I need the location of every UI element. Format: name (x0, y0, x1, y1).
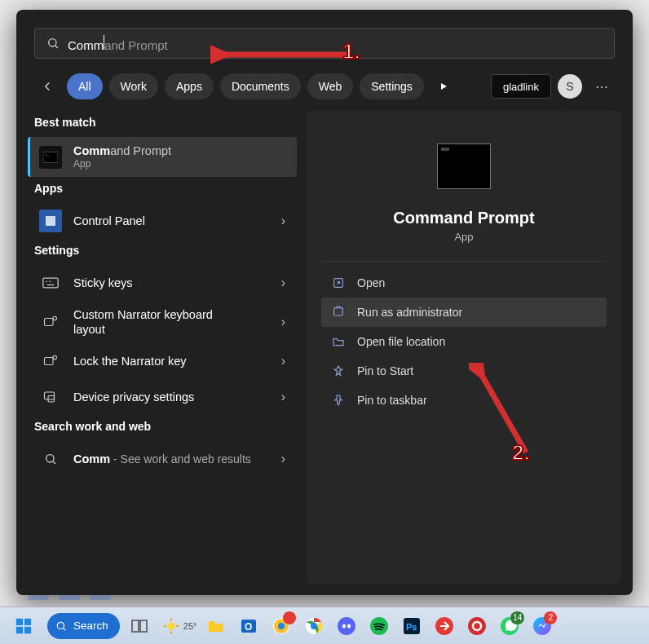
svg-rect-15 (48, 396, 55, 403)
action-run-as-admin[interactable]: Run as administrator (321, 298, 607, 327)
discord-icon (337, 616, 356, 636)
privacy-icon (39, 386, 62, 408)
chevron-right-icon: › (281, 276, 285, 290)
svg-rect-30 (132, 620, 139, 632)
weather-temp: 25° (183, 621, 197, 631)
results-column: Best match >_ Command Prompt App Apps Co… (28, 111, 297, 584)
lock-icon (39, 350, 62, 373)
chevron-right-icon: › (281, 452, 285, 466)
svg-point-43 (311, 623, 317, 629)
store-link[interactable]: gladlink (491, 74, 551, 99)
taskbar-whatsapp[interactable]: 14 (497, 613, 523, 639)
taskbar-search-label: Search (73, 620, 108, 632)
svg-rect-25 (24, 618, 31, 624)
svg-point-13 (53, 356, 57, 360)
svg-rect-31 (140, 620, 147, 632)
tab-all[interactable]: All (67, 73, 103, 99)
action-pin-to-start[interactable]: Pin to Start (321, 356, 607, 386)
best-match-subtitle: App (73, 158, 171, 170)
result-control-panel[interactable]: Control Panel › (28, 203, 297, 239)
svg-rect-12 (45, 358, 54, 365)
taskbar-weather[interactable]: 25° (162, 617, 197, 635)
pin-icon (331, 393, 346, 408)
preview-app-icon (437, 143, 491, 189)
search-bar[interactable]: Comm and Prompt (34, 28, 615, 59)
taskbar-explorer[interactable] (203, 613, 229, 639)
preview-pane: Command Prompt App Open Run as administr… (307, 111, 621, 584)
svg-point-32 (167, 622, 174, 629)
notification-badge: 14 (510, 611, 524, 624)
result-web-search[interactable]: Comm - See work and web results › (28, 441, 297, 477)
result-device-privacy[interactable]: Device privacy settings › (28, 379, 297, 415)
result-narrator-layout[interactable]: Custom Narrator keyboard layout › (28, 301, 297, 343)
search-icon (55, 620, 67, 632)
search-autocomplete-text: and Prompt (104, 38, 168, 52)
svg-rect-6 (43, 278, 58, 288)
task-view-button[interactable] (126, 613, 152, 639)
svg-rect-5 (46, 216, 55, 226)
action-open[interactable]: Open (321, 268, 607, 298)
overflow-menu-button[interactable]: ⋯ (589, 79, 615, 95)
divider (321, 261, 607, 262)
result-title: Device privacy settings (73, 390, 194, 404)
svg-text:Ps: Ps (406, 622, 417, 632)
taskbar-search-button[interactable]: Search (47, 613, 120, 639)
start-button[interactable] (7, 612, 41, 640)
search-input[interactable]: Comm and Prompt (68, 35, 168, 52)
svg-line-17 (53, 461, 55, 464)
tab-web[interactable]: Web (307, 73, 354, 99)
result-title: Custom Narrator keyboard layout (73, 307, 236, 337)
generic-app-icon (435, 616, 454, 636)
result-title: Lock the Narrator key (73, 354, 187, 368)
taskbar-app-swirl[interactable] (464, 613, 490, 639)
taskbar-outlook[interactable]: O (236, 613, 262, 639)
windows-search-panel: Comm and Prompt All Work Apps Documents … (16, 10, 633, 595)
task-view-icon (130, 616, 149, 636)
desktop-icons-hint (28, 595, 111, 600)
taskbar-chrome-canary[interactable] (268, 613, 294, 639)
user-avatar[interactable]: S (558, 74, 582, 99)
taskbar-chrome[interactable] (301, 613, 327, 639)
outlook-icon: O (239, 616, 258, 636)
taskbar-discord[interactable] (333, 613, 360, 639)
search-icon (39, 448, 62, 470)
taskbar-messenger[interactable]: 2 (529, 613, 555, 639)
tab-settings[interactable]: Settings (360, 73, 424, 99)
folder-icon (206, 616, 226, 636)
result-sticky-keys[interactable]: Sticky keys › (28, 265, 297, 301)
back-button[interactable] (34, 73, 60, 99)
svg-line-29 (64, 628, 66, 630)
action-label: Pin to taskbar (357, 394, 427, 407)
svg-rect-27 (24, 626, 31, 633)
svg-point-44 (338, 617, 355, 635)
svg-text:O: O (245, 621, 252, 633)
taskbar-photoshop[interactable]: Ps (399, 613, 425, 639)
svg-point-41 (278, 623, 285, 629)
photoshop-icon: Ps (402, 616, 422, 636)
best-match-item[interactable]: >_ Command Prompt App (28, 137, 297, 177)
tab-apps[interactable]: Apps (165, 73, 214, 99)
action-open-file-location[interactable]: Open file location (321, 327, 607, 356)
chevron-right-icon: › (281, 354, 285, 368)
chevron-right-icon: › (281, 315, 285, 329)
preview-title: Command Prompt (321, 209, 607, 227)
notification-badge (283, 611, 296, 624)
taskbar: Search 25° O Ps 14 2 (0, 607, 649, 644)
taskbar-app-red[interactable] (431, 613, 457, 639)
chevron-right-icon: › (281, 214, 285, 228)
taskbar-spotify[interactable] (366, 613, 392, 639)
search-icon (46, 37, 60, 50)
result-lock-narrator[interactable]: Lock the Narrator key › (28, 343, 297, 379)
generic-app-icon (467, 616, 487, 636)
folder-icon (331, 334, 346, 349)
tab-documents[interactable]: Documents (220, 73, 301, 99)
chrome-icon (304, 616, 324, 636)
svg-point-11 (53, 317, 57, 321)
action-pin-to-taskbar[interactable]: Pin to taskbar (321, 386, 607, 415)
svg-rect-24 (16, 618, 23, 624)
tab-work[interactable]: Work (109, 73, 158, 99)
svg-line-1 (55, 46, 58, 48)
result-title: Control Panel (73, 214, 145, 228)
result-title: Sticky keys (73, 276, 133, 290)
more-filters-button[interactable] (430, 73, 457, 99)
